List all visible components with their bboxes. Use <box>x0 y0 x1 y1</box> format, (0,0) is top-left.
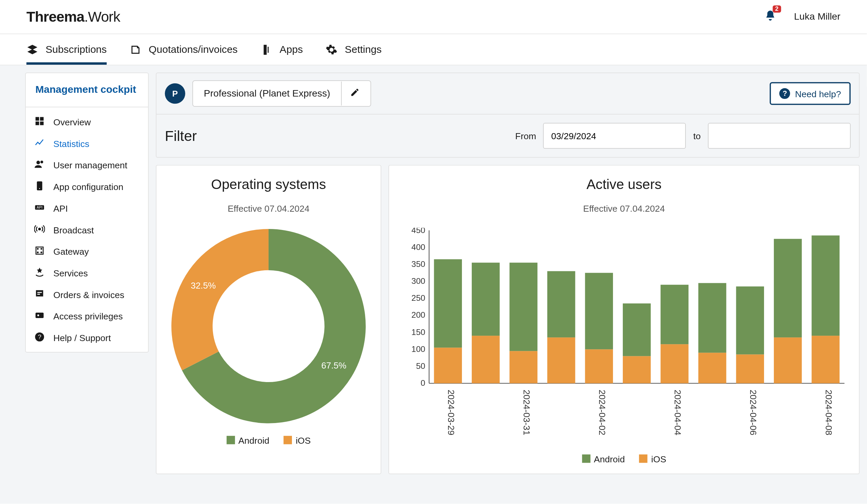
svg-rect-39 <box>547 271 575 338</box>
os-legend: Android iOS <box>168 435 368 446</box>
svg-rect-51 <box>736 287 764 355</box>
to-date-input[interactable] <box>708 123 850 149</box>
svg-rect-41 <box>585 273 613 350</box>
svg-rect-49 <box>698 283 726 353</box>
need-help-button[interactable]: ? Need help? <box>770 82 850 105</box>
logo-main: Threema <box>26 9 84 25</box>
svg-point-1 <box>40 161 43 163</box>
gateway-icon <box>34 245 46 257</box>
svg-text:32.5%: 32.5% <box>191 280 216 291</box>
svg-rect-53 <box>774 337 802 383</box>
sidebar-item-access-privileges[interactable]: Access privileges <box>26 305 148 327</box>
svg-text:2024-04-08: 2024-04-08 <box>824 389 834 435</box>
svg-text:300: 300 <box>411 276 425 286</box>
svg-rect-35 <box>509 351 537 383</box>
svg-point-0 <box>36 161 40 164</box>
notifications-button[interactable]: 2 <box>764 9 776 25</box>
active-users-card: Active users Effective 07.04.2024 050100… <box>388 165 859 474</box>
svg-point-13 <box>37 314 39 316</box>
app-configuration-icon <box>34 181 46 192</box>
svg-text:450: 450 <box>411 228 425 235</box>
nav-settings[interactable]: Settings <box>325 34 381 65</box>
content-toolbar: P Professional (Planet Express) ? Need h… <box>156 73 859 158</box>
legend-ios-2: iOS <box>639 454 666 464</box>
subscription-selector[interactable]: Professional (Planet Express) <box>192 80 371 107</box>
sidebar-item-services[interactable]: Services <box>26 262 148 283</box>
from-date-input[interactable] <box>543 123 686 149</box>
svg-text:400: 400 <box>411 243 425 252</box>
help-support-icon: ? <box>34 332 46 343</box>
sidebar-item-orders-invoices[interactable]: Orders & invoices <box>26 283 148 305</box>
logo-suffix: .Work <box>84 9 120 25</box>
svg-point-11 <box>41 252 42 253</box>
svg-point-3 <box>39 188 40 189</box>
active-legend: Android iOS <box>401 454 847 464</box>
svg-text:2024-04-04: 2024-04-04 <box>673 389 683 435</box>
svg-text:2024-03-31: 2024-03-31 <box>522 389 532 435</box>
sidebar-title: Management cockpit <box>26 73 148 107</box>
os-card-title: Operating systems <box>168 176 368 192</box>
header-bar: Threema.Work 2 Luka Miller <box>0 0 867 34</box>
svg-text:350: 350 <box>411 259 425 269</box>
svg-text:2024-04-06: 2024-04-06 <box>748 389 758 435</box>
nav-quotations[interactable]: Quotations/invoices <box>129 34 237 65</box>
svg-text:2024-04-02: 2024-04-02 <box>597 389 607 435</box>
logo: Threema.Work <box>26 9 120 25</box>
overview-icon <box>34 116 46 128</box>
svg-text:100: 100 <box>411 344 425 354</box>
svg-text:API: API <box>36 205 42 209</box>
from-label: From <box>515 131 536 141</box>
svg-rect-55 <box>812 336 839 383</box>
svg-text:67.5%: 67.5% <box>321 361 346 371</box>
sidebar-item-gateway[interactable]: Gateway <box>26 240 148 262</box>
svg-rect-48 <box>698 353 726 383</box>
svg-rect-40 <box>585 349 613 383</box>
svg-rect-38 <box>547 337 575 383</box>
svg-text:0: 0 <box>421 378 425 387</box>
sidebar-item-user-management[interactable]: User management <box>26 154 148 176</box>
nav-subscriptions[interactable]: Subscriptions <box>26 34 107 65</box>
settings-icon <box>325 43 337 55</box>
svg-rect-54 <box>774 239 802 337</box>
sidebar-item-api[interactable]: APIAPI <box>26 197 148 219</box>
svg-text:2024-03-29: 2024-03-29 <box>446 389 456 435</box>
access-privileges-icon <box>34 310 46 322</box>
svg-text:?: ? <box>38 333 41 340</box>
edit-subscription-button[interactable] <box>341 82 371 106</box>
sidebar: Management cockpit OverviewStatisticsUse… <box>25 73 149 353</box>
svg-text:200: 200 <box>411 310 425 319</box>
os-card-subtitle: Effective 07.04.2024 <box>168 203 368 213</box>
active-users-bar-chart: 0501001502002503003504004502024-03-29202… <box>401 228 847 447</box>
api-icon: API <box>34 202 46 214</box>
subscriptions-icon <box>26 43 38 55</box>
sidebar-item-statistics[interactable]: Statistics <box>26 132 148 154</box>
need-help-label: Need help? <box>795 88 841 99</box>
subscription-badge: P <box>165 83 185 104</box>
legend-ios: iOS <box>284 435 311 446</box>
sidebar-item-help-support[interactable]: ?Help / Support <box>26 327 148 348</box>
active-card-subtitle: Effective 07.04.2024 <box>401 203 847 213</box>
svg-point-8 <box>37 248 38 249</box>
svg-text:150: 150 <box>411 328 425 337</box>
svg-rect-34 <box>472 262 500 336</box>
svg-rect-46 <box>661 285 688 344</box>
svg-rect-33 <box>472 336 500 383</box>
os-donut-chart: 67.5%32.5% <box>168 224 368 428</box>
sidebar-item-app-configuration[interactable]: App configuration <box>26 176 148 197</box>
svg-rect-12 <box>35 313 44 318</box>
to-label: to <box>693 131 701 141</box>
sidebar-item-overview[interactable]: Overview <box>26 111 148 132</box>
sidebar-item-broadcast[interactable]: Broadcast <box>26 219 148 240</box>
apps-icon <box>260 43 272 55</box>
operating-systems-card: Operating systems Effective 07.04.2024 6… <box>156 165 381 474</box>
user-menu[interactable]: Luka Miller <box>794 11 841 22</box>
pencil-icon <box>350 87 362 99</box>
svg-text:250: 250 <box>411 293 425 302</box>
nav-apps[interactable]: Apps <box>260 34 303 65</box>
svg-rect-45 <box>661 344 688 383</box>
svg-point-9 <box>41 248 42 249</box>
main-nav: SubscriptionsQuotations/invoicesAppsSett… <box>0 34 867 65</box>
question-icon: ? <box>779 88 790 99</box>
orders-invoices-icon <box>34 288 46 300</box>
svg-rect-56 <box>812 235 839 336</box>
